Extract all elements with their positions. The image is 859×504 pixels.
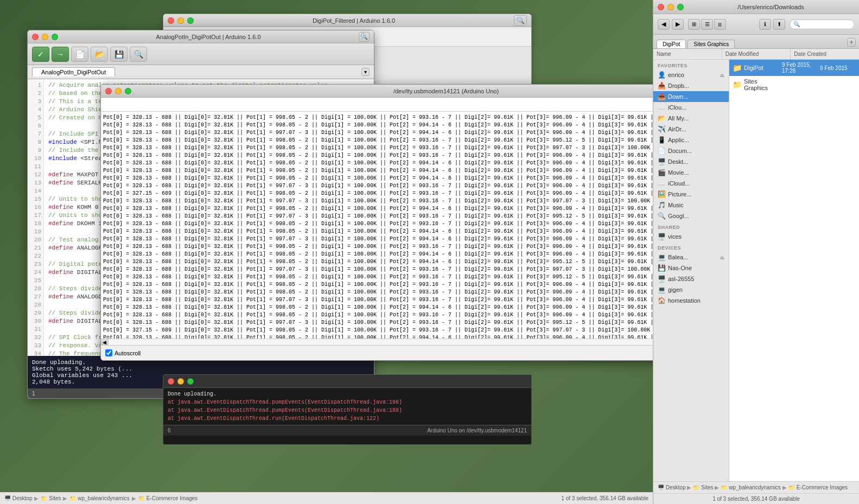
serial-max-btn[interactable]: [125, 88, 131, 94]
col-date-modified-label: Date Modified: [726, 51, 759, 57]
bottom-path-ecommerce[interactable]: 📁 E-Commerce Images: [138, 495, 198, 501]
sidebar-item-dropbox[interactable]: 📥 Dropb...: [653, 80, 729, 91]
list-view-btn[interactable]: ☰: [701, 19, 713, 30]
icon-view-btn[interactable]: ⊞: [688, 19, 700, 30]
sidebar-item-desktop[interactable]: 🖥️ Deskt...: [653, 156, 729, 167]
sidebar-pictures-label: Picture...: [668, 191, 691, 197]
sidebar-item-asl26555[interactable]: 🖥️ asl-26555: [653, 273, 729, 284]
sidebar-item-vices[interactable]: 🖥️ vices: [653, 231, 729, 242]
digipot-item-label: DigiPot: [744, 65, 780, 71]
java-error-2: at java.awt.EventDispatchThread.pumpEven…: [168, 406, 527, 414]
sidebar-item-gigen[interactable]: 💻 gigen: [653, 284, 729, 295]
add-tab-btn[interactable]: +: [847, 38, 856, 47]
path-wp[interactable]: 📁 wp_balearicdynamics: [721, 484, 780, 490]
sidebar-item-documents[interactable]: 📄 Docum...: [653, 145, 729, 156]
sidebar-item-airdrop[interactable]: ✈️ AirDr...: [653, 124, 729, 135]
autoscroll-label: Autoscroll: [114, 350, 141, 356]
sidebar-item-icloud[interactable]: ☁️ iClou...: [653, 102, 729, 113]
sketch-dropdown[interactable]: ▾: [361, 68, 370, 76]
upload-button[interactable]: →: [52, 47, 69, 62]
movies-icon: 🎬: [658, 169, 666, 176]
sidebar-downloads-label: Down...: [668, 93, 688, 100]
java-close-btn[interactable]: [168, 378, 174, 385]
path-ecommerce[interactable]: 📁 E-Commerce Images: [788, 484, 848, 490]
finder-max-btn[interactable]: [677, 4, 684, 10]
info-icon[interactable]: ℹ: [759, 19, 771, 30]
open-button[interactable]: 📂: [91, 47, 108, 62]
sidebar-item-downloads[interactable]: 📥 Down...: [653, 91, 729, 102]
search-input[interactable]: [801, 21, 851, 27]
sidebar-item-movies[interactable]: 🎬 Movie...: [653, 167, 729, 178]
path-sites[interactable]: 📁 Sites: [693, 484, 713, 490]
arduino-max-btn[interactable]: [52, 34, 58, 40]
allmyfiles-icon: 📂: [658, 114, 666, 122]
minimize-button[interactable]: [177, 17, 184, 24]
forward-btn[interactable]: ▶: [672, 19, 684, 30]
finder-pathbar: 🖥️ Desktop ▶ 📁 Sites ▶ 📁 wp_balearicdyna…: [653, 481, 859, 493]
sidebar-item-enrico[interactable]: 👤 enrico ⏏: [653, 69, 729, 80]
sidebar-item-music[interactable]: 🎵 Music: [653, 200, 729, 210]
person-icon: 👤: [658, 71, 666, 79]
tab-sites-graphics[interactable]: Sites Graphics: [688, 40, 735, 48]
sketch-tab[interactable]: AnalogPotIn_DigiPotOut: [32, 67, 115, 76]
share-icon[interactable]: ⬆: [773, 19, 785, 30]
bottom-path-sites[interactable]: 📁 Sites: [41, 495, 61, 501]
tab-digipot[interactable]: DigiPot: [657, 40, 686, 48]
finder-titlebar: /Users/enrico/Downloads: [653, 0, 859, 14]
sidebar-item-homestation[interactable]: 🏠 homestation: [653, 295, 729, 306]
path-desktop[interactable]: 🖥️ Desktop: [658, 484, 685, 490]
balea-eject-icon[interactable]: ⏏: [720, 254, 724, 260]
autoscroll-container[interactable]: Autoscroll: [105, 349, 141, 356]
eject-icon[interactable]: ⏏: [720, 72, 724, 78]
bottom-item-info: 1 of 3 selected, 356.14 GB available: [561, 495, 648, 501]
new-button[interactable]: 📄: [71, 47, 88, 62]
java-min-btn[interactable]: [177, 378, 184, 385]
col-date-created-header[interactable]: Date Created: [791, 49, 859, 59]
sidebar-item-balea[interactable]: 💻 Balea... ⏏: [653, 252, 729, 263]
java-output-area: Done uploading. at java.awt.EventDispatc…: [163, 388, 531, 425]
col-name-header[interactable]: Name: [653, 49, 722, 59]
arduino-close-btn[interactable]: [32, 34, 39, 40]
column-view-btn[interactable]: ⫼: [714, 19, 726, 30]
bottom-path-desktop[interactable]: 🖥️ Desktop: [4, 495, 32, 501]
arduino-min-btn[interactable]: [42, 34, 48, 40]
serial-monitor-button[interactable]: 🔍: [130, 47, 147, 62]
serial-min-btn[interactable]: [115, 88, 122, 94]
sidebar-dropbox-label: Dropb...: [668, 82, 689, 89]
autoscroll-checkbox[interactable]: [105, 349, 112, 356]
digipot-title: DigiPot_Filtered | Arduino 1.6.0: [197, 17, 511, 24]
arduino-search-icon[interactable]: 🔍: [359, 32, 370, 42]
sidebar-item-google[interactable]: 🔍 Googl...: [653, 210, 729, 221]
search-button[interactable]: 🔍: [514, 15, 527, 26]
col-date-modified-header[interactable]: Date Modified: [722, 49, 791, 59]
arduino-main-toolbar: ✓ → 📄 📂 💾 🔍: [28, 43, 374, 65]
maximize-button[interactable]: [187, 17, 194, 24]
serial-input-field[interactable]: [101, 101, 734, 108]
bottom-path-wp[interactable]: 📁 wp_balearicdynamics: [69, 495, 129, 501]
verify-button[interactable]: ✓: [32, 47, 49, 62]
icloud2-icon: ☁️: [658, 180, 666, 187]
java-max-btn[interactable]: [187, 378, 194, 385]
finder-close-btn[interactable]: [658, 4, 664, 10]
back-btn[interactable]: ◀: [658, 19, 670, 30]
sidebar-item-nasone[interactable]: 💾 Nas-One: [653, 263, 729, 273]
sidebar-shared-header: SHARED: [653, 221, 729, 231]
finder-body: FAVORITES 👤 enrico ⏏ 📥 Dropb... 📥 Down..…: [653, 60, 859, 481]
serial-close-btn[interactable]: [105, 88, 112, 94]
sketch-tab-name: AnalogPotIn_DigiPotOut: [41, 69, 106, 75]
sidebar-item-icloud2[interactable]: ☁️ iCloud...: [653, 178, 729, 189]
finder-min-btn[interactable]: [667, 4, 674, 10]
vices-icon: 🖥️: [658, 233, 666, 240]
save-button[interactable]: 💾: [110, 47, 128, 62]
path-sep2: ▶: [715, 484, 719, 490]
sidebar-item-applications[interactable]: 📱 Applic...: [653, 135, 729, 145]
sidebar-item-pictures[interactable]: 🖼️ Picture...: [653, 189, 729, 200]
java-statusbar: 6 Arduino Uno on /dev/tty.usbmodem14121: [163, 425, 531, 436]
sidebar-item-allmyfiles[interactable]: 📂 All My...: [653, 113, 729, 124]
scroll-left-btn[interactable]: ◀: [101, 339, 109, 345]
finder-item-digipot[interactable]: 📁 DigiPot 9 Feb 2015, 17:28 9 Feb 2015: [729, 60, 859, 76]
finder-search-bar[interactable]: 🔍: [790, 20, 855, 29]
arduino-titlebar: AnalogPotIn_DigiPotOut | Arduino 1.6.0 🔍: [28, 30, 374, 43]
finder-item-sites-graphics[interactable]: 📁 Sites Graphics: [729, 76, 859, 93]
close-button[interactable]: [168, 17, 174, 24]
